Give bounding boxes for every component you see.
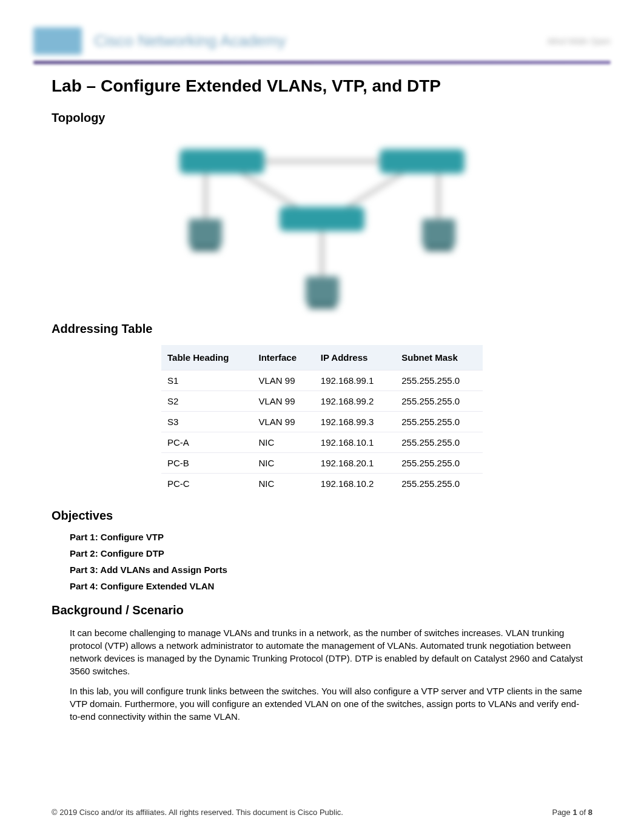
svg-rect-6 (179, 149, 264, 173)
objective-item: Part 4: Configure Extended VLAN (70, 581, 611, 591)
addressing-heading: Addressing Table (52, 322, 611, 336)
svg-rect-12 (425, 246, 452, 251)
copyright-text: © 2019 Cisco and/or its affiliates. All … (52, 808, 343, 817)
svg-rect-8 (280, 207, 364, 231)
cell-interface: NIC (253, 474, 315, 494)
table-row: PC-B NIC 192.168.20.1 255.255.255.0 (161, 453, 483, 474)
cell-mask: 255.255.255.0 (395, 371, 483, 391)
objective-item: Part 2: Configure DTP (70, 548, 611, 558)
cell-interface: NIC (253, 432, 315, 453)
academy-title: Cisco Networking Academy (94, 32, 286, 50)
background-paragraph: In this lab, you will configure trunk li… (70, 685, 586, 723)
cell-interface: VLAN 99 (253, 371, 315, 391)
cell-device: S3 (161, 412, 253, 432)
cell-device: S2 (161, 391, 253, 412)
cell-ip: 192.168.99.2 (315, 391, 395, 412)
col-header-interface: Interface (253, 345, 315, 371)
svg-rect-9 (189, 219, 222, 246)
cell-device: PC-B (161, 453, 253, 474)
cisco-logo-icon (33, 27, 82, 55)
document-page: Cisco Networking Academy Mind Wide Open … (0, 0, 644, 835)
topology-heading: Topology (52, 111, 611, 125)
cell-mask: 255.255.255.0 (395, 412, 483, 432)
objective-item: Part 1: Configure VTP (70, 532, 611, 542)
cell-ip: 192.168.10.1 (315, 432, 395, 453)
cell-interface: VLAN 99 (253, 412, 315, 432)
addressing-table: Table Heading Interface IP Address Subne… (161, 345, 483, 494)
page-footer: © 2019 Cisco and/or its affiliates. All … (52, 808, 592, 817)
col-header-mask: Subnet Mask (395, 345, 483, 371)
cell-mask: 255.255.255.0 (395, 474, 483, 494)
document-header: Cisco Networking Academy Mind Wide Open (33, 18, 611, 61)
svg-rect-11 (422, 219, 455, 246)
cell-interface: NIC (253, 453, 315, 474)
header-tagline: Mind Wide Open (548, 36, 611, 46)
col-header-device: Table Heading (161, 345, 253, 371)
cell-mask: 255.255.255.0 (395, 391, 483, 412)
table-row: PC-C NIC 192.168.10.2 255.255.255.0 (161, 474, 483, 494)
svg-rect-10 (192, 246, 219, 251)
cell-ip: 192.168.10.2 (315, 474, 395, 494)
table-row: PC-A NIC 192.168.10.1 255.255.255.0 (161, 432, 483, 453)
cell-ip: 192.168.99.1 (315, 371, 395, 391)
table-row: S2 VLAN 99 192.168.99.2 255.255.255.0 (161, 391, 483, 412)
objective-item: Part 3: Add VLANs and Assign Ports (70, 565, 611, 575)
background-paragraph: It can become challenging to manage VLAN… (70, 626, 586, 677)
network-topology-image (152, 134, 492, 310)
lab-title: Lab – Configure Extended VLANs, VTP, and… (52, 76, 611, 96)
topology-diagram (33, 134, 611, 310)
objectives-heading: Objectives (52, 509, 611, 523)
cell-ip: 192.168.20.1 (315, 453, 395, 474)
cell-ip: 192.168.99.3 (315, 412, 395, 432)
background-text: It can become challenging to manage VLAN… (70, 626, 586, 723)
addressing-table-container: Table Heading Interface IP Address Subne… (33, 345, 611, 494)
svg-rect-14 (309, 304, 336, 309)
background-heading: Background / Scenario (52, 603, 611, 617)
cell-device: PC-A (161, 432, 253, 453)
cell-mask: 255.255.255.0 (395, 453, 483, 474)
svg-rect-13 (306, 277, 339, 304)
svg-rect-7 (380, 149, 465, 173)
logo-area: Cisco Networking Academy (33, 27, 286, 55)
cell-interface: VLAN 99 (253, 391, 315, 412)
cell-device: PC-C (161, 474, 253, 494)
table-row: S1 VLAN 99 192.168.99.1 255.255.255.0 (161, 371, 483, 391)
cell-device: S1 (161, 371, 253, 391)
objectives-list: Part 1: Configure VTP Part 2: Configure … (70, 532, 611, 591)
cell-mask: 255.255.255.0 (395, 432, 483, 453)
header-divider (33, 61, 611, 64)
table-row: S3 VLAN 99 192.168.99.3 255.255.255.0 (161, 412, 483, 432)
table-header-row: Table Heading Interface IP Address Subne… (161, 345, 483, 371)
col-header-ip: IP Address (315, 345, 395, 371)
page-number: Page 1 of 8 (552, 808, 592, 817)
